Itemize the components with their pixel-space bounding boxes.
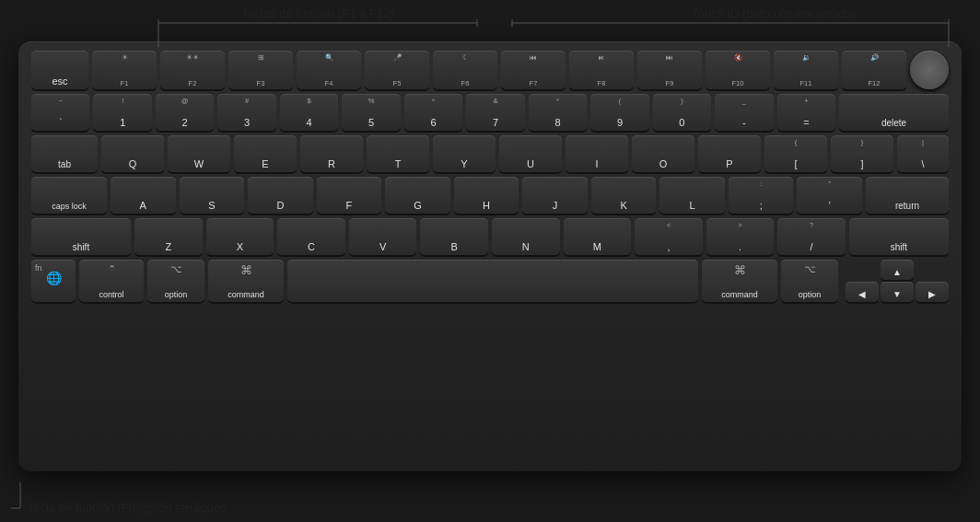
fn-globe-annotation: Tecla de función (Fn)/globo terráqueo bbox=[28, 501, 227, 515]
i-key[interactable]: I bbox=[566, 135, 628, 172]
shift-key-row: shift Z X C V B N M < , > . ? / shift bbox=[31, 218, 949, 255]
esc-key[interactable]: esc bbox=[31, 51, 88, 89]
2-key[interactable]: @ 2 bbox=[156, 94, 214, 131]
tab-key[interactable]: tab bbox=[31, 135, 98, 172]
delete-key[interactable]: delete bbox=[839, 94, 949, 131]
arrow-left-key[interactable]: ◀ bbox=[846, 282, 879, 302]
touch-id-annotation: Touch ID (botón de encendido) bbox=[692, 6, 856, 20]
j-key[interactable]: J bbox=[522, 177, 588, 214]
q-key[interactable]: Q bbox=[101, 135, 164, 172]
f-key[interactable]: F bbox=[317, 177, 382, 214]
bracket-close-key[interactable]: } ] bbox=[831, 135, 893, 172]
globe-icon: 🌐 bbox=[46, 271, 62, 285]
3-key[interactable]: # 3 bbox=[217, 94, 275, 131]
command-left-key[interactable]: ⌘ command bbox=[208, 260, 284, 302]
number-key-row: ~ ` ! 1 @ 2 # 3 $ 4 % 5 ^ 6 & 7 bbox=[31, 94, 949, 131]
home-key-row: caps lock A S D F G H J K L : ; " ' retu… bbox=[31, 177, 949, 214]
f12-key[interactable]: 🔊 F12 bbox=[842, 51, 906, 89]
u-key[interactable]: U bbox=[499, 135, 562, 172]
b-key[interactable]: B bbox=[420, 218, 488, 255]
t-key[interactable]: T bbox=[367, 135, 429, 172]
bottom-key-row: fn 🌐 ⌃ control ⌥ option ⌘ command ⌘ comm… bbox=[31, 260, 949, 302]
arrow-right-key[interactable]: ▶ bbox=[916, 282, 949, 302]
g-key[interactable]: G bbox=[385, 177, 450, 214]
tilde-key[interactable]: ~ ` bbox=[31, 94, 89, 131]
fn-globe-key[interactable]: fn 🌐 bbox=[31, 260, 76, 302]
f6-key[interactable]: ☾ F6 bbox=[433, 51, 497, 89]
8-key[interactable]: * 8 bbox=[529, 94, 587, 131]
a-key[interactable]: A bbox=[111, 177, 176, 214]
n-key[interactable]: N bbox=[492, 218, 560, 255]
6-key[interactable]: ^ 6 bbox=[404, 94, 462, 131]
v-key[interactable]: V bbox=[349, 218, 417, 255]
x-key[interactable]: X bbox=[206, 218, 274, 255]
command-right-key[interactable]: ⌘ command bbox=[702, 260, 777, 302]
c-key[interactable]: C bbox=[277, 218, 345, 255]
caps-lock-key[interactable]: caps lock bbox=[31, 177, 107, 214]
fn-key-row: esc ☀ F1 ☀☀ F2 ⊞ F3 🔍 F4 🎤 F5 ☾ F6 ⏮ F7 bbox=[31, 51, 949, 89]
7-key[interactable]: & 7 bbox=[466, 94, 524, 131]
p-key[interactable]: P bbox=[698, 135, 761, 172]
f10-key[interactable]: 🔇 F10 bbox=[706, 51, 770, 89]
shift-right-key[interactable]: shift bbox=[849, 218, 949, 255]
arrow-key-cluster: ▲ ◀ ▼ ▶ bbox=[846, 260, 949, 302]
shift-left-key[interactable]: shift bbox=[31, 218, 131, 255]
f1-key[interactable]: ☀ F1 bbox=[92, 51, 157, 89]
1-key[interactable]: ! 1 bbox=[93, 94, 151, 131]
qwerty-key-row: tab Q W E R T Y U I O P { [ } ] | \ bbox=[31, 135, 949, 172]
backslash-key[interactable]: | \ bbox=[897, 135, 949, 172]
slash-key[interactable]: ? / bbox=[777, 218, 846, 255]
m-key[interactable]: M bbox=[564, 218, 632, 255]
o-key[interactable]: O bbox=[632, 135, 694, 172]
semicolon-key[interactable]: : ; bbox=[729, 177, 794, 214]
option-left-key[interactable]: ⌥ option bbox=[147, 260, 204, 302]
s-key[interactable]: S bbox=[180, 177, 245, 214]
f4-key[interactable]: 🔍 F4 bbox=[297, 51, 361, 89]
option-right-key[interactable]: ⌥ option bbox=[781, 260, 838, 302]
f7-key[interactable]: ⏮ F7 bbox=[501, 51, 566, 89]
d-key[interactable]: D bbox=[248, 177, 313, 214]
bracket-open-key[interactable]: { [ bbox=[764, 135, 827, 172]
w-key[interactable]: W bbox=[168, 135, 230, 172]
touch-id-key[interactable] bbox=[910, 51, 949, 89]
equals-key[interactable]: + = bbox=[777, 94, 835, 131]
e-key[interactable]: E bbox=[234, 135, 297, 172]
arrow-up-key[interactable]: ▲ bbox=[881, 260, 914, 280]
control-key[interactable]: ⌃ control bbox=[79, 260, 144, 302]
f2-key[interactable]: ☀☀ F2 bbox=[160, 51, 225, 89]
keyboard: esc ☀ F1 ☀☀ F2 ⊞ F3 🔍 F4 🎤 F5 ☾ F6 ⏮ F7 bbox=[18, 41, 962, 471]
return-key[interactable]: return bbox=[866, 177, 949, 214]
9-key[interactable]: ( 9 bbox=[590, 94, 648, 131]
f11-key[interactable]: 🔉 F11 bbox=[774, 51, 838, 89]
f9-key[interactable]: ⏭ F9 bbox=[637, 51, 702, 89]
y-key[interactable]: Y bbox=[433, 135, 496, 172]
arrow-down-key[interactable]: ▼ bbox=[881, 282, 914, 302]
l-key[interactable]: L bbox=[659, 177, 725, 214]
5-key[interactable]: % 5 bbox=[342, 94, 400, 131]
f3-key[interactable]: ⊞ F3 bbox=[228, 51, 293, 89]
space-key[interactable] bbox=[287, 260, 698, 302]
period-key[interactable]: > . bbox=[706, 218, 775, 255]
f8-key[interactable]: ⏯ F8 bbox=[569, 51, 634, 89]
r-key[interactable]: R bbox=[300, 135, 363, 172]
minus-key[interactable]: _ - bbox=[715, 94, 773, 131]
h-key[interactable]: H bbox=[454, 177, 519, 214]
k-key[interactable]: K bbox=[591, 177, 657, 214]
0-key[interactable]: ) 0 bbox=[653, 94, 711, 131]
quote-key[interactable]: " ' bbox=[797, 177, 862, 214]
fn-keys-annotation: Teclas de función (F1 a F12) bbox=[242, 6, 394, 20]
z-key[interactable]: Z bbox=[134, 218, 203, 255]
comma-key[interactable]: < , bbox=[635, 218, 703, 255]
4-key[interactable]: $ 4 bbox=[280, 94, 338, 131]
f5-key[interactable]: 🎤 F5 bbox=[365, 51, 429, 89]
